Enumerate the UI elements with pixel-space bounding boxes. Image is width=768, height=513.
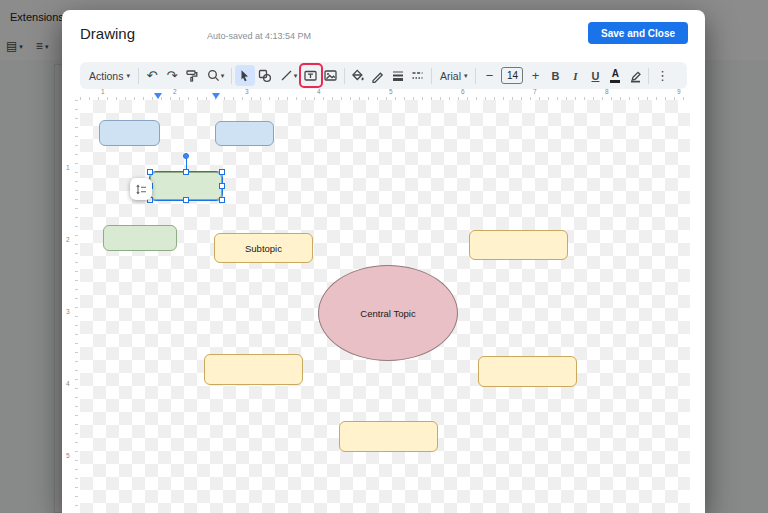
ruler-number: 8 [605, 88, 609, 95]
ruler-number: 7 [533, 88, 537, 95]
more-vert-icon: ⋮ [656, 69, 669, 82]
actions-menu-button[interactable]: Actions ▾ [84, 65, 135, 86]
toolbar-divider [475, 68, 476, 84]
italic-label: I [573, 70, 577, 82]
chevron-down-icon: ▾ [221, 72, 225, 79]
increase-font-size-button[interactable]: + [525, 65, 545, 86]
shape-central-topic[interactable]: Central Topic [318, 265, 458, 361]
chevron-down-icon: ▾ [294, 72, 298, 79]
ruler-number: 4 [66, 380, 70, 387]
pen-icon [370, 68, 385, 83]
toolbar-divider [231, 68, 232, 84]
zoom-button[interactable]: ▾ [202, 65, 228, 86]
paint-bucket-icon [350, 68, 365, 83]
font-family-selector[interactable]: Arial ▾ [435, 65, 473, 86]
shape-label: Subtopic [245, 243, 282, 254]
drawing-canvas[interactable]: SubtopicCentral Topic [80, 100, 690, 513]
selection-handle-ne[interactable] [219, 169, 225, 175]
ruler-number: 3 [66, 308, 70, 315]
distribute-vertical-icon [135, 183, 148, 196]
dialog-title: Drawing [80, 25, 135, 42]
line-weight-icon [390, 68, 405, 83]
shape-yellow-bottom[interactable] [339, 421, 438, 452]
save-and-close-button[interactable]: Save and Close [588, 22, 688, 44]
underline-button[interactable]: U [585, 65, 605, 86]
highlighter-icon [628, 68, 643, 83]
shape-blue-1[interactable] [99, 120, 160, 146]
rotation-handle[interactable] [183, 153, 189, 159]
ruler-number: 4 [317, 88, 321, 95]
shapes-icon [257, 68, 272, 83]
line-dash-icon [410, 68, 425, 83]
font-size-input[interactable]: 14 [501, 67, 523, 84]
autosave-status: Auto-saved at 4:13:54 PM [207, 31, 311, 41]
actions-label: Actions [89, 70, 123, 82]
shape-subtopic[interactable]: Subtopic [214, 233, 313, 263]
text-box-button[interactable] [301, 65, 321, 86]
toolbar-divider [344, 68, 345, 84]
ruler-number: 2 [173, 88, 177, 95]
drawing-toolbar: Actions ▾ ↶ ↷ ▾ ▾ [80, 62, 687, 89]
selection-handle-se[interactable] [219, 197, 225, 203]
line-icon [279, 68, 294, 83]
more-options-button[interactable]: ⋮ [652, 65, 672, 86]
shape-blue-2[interactable] [215, 121, 274, 146]
insert-image-button[interactable] [321, 65, 341, 86]
selection-handle-n[interactable] [183, 169, 189, 175]
line-dash-button[interactable] [408, 65, 428, 86]
drawing-dialog: Drawing Auto-saved at 4:13:54 PM Save an… [62, 10, 705, 513]
paint-roller-icon [184, 68, 199, 83]
bold-button[interactable]: B [545, 65, 565, 86]
decrease-font-size-button[interactable]: − [479, 65, 499, 86]
ruler-selection-marker-left[interactable] [154, 93, 162, 99]
ruler-number: 9 [677, 88, 681, 95]
selection-handle-e[interactable] [219, 183, 225, 189]
text-color-button[interactable]: A [605, 65, 625, 86]
selection-handle-s[interactable] [183, 197, 189, 203]
line-weight-button[interactable] [388, 65, 408, 86]
toolbar-divider [138, 68, 139, 84]
shape-yellow-top-right[interactable] [469, 230, 568, 260]
font-family-value: Arial [440, 70, 461, 82]
select-tool-button[interactable] [235, 65, 255, 86]
horizontal-ruler[interactable]: 123456789 [80, 88, 690, 100]
ruler-number: 3 [245, 88, 249, 95]
redo-icon: ↷ [167, 69, 178, 82]
plus-icon: + [532, 69, 540, 82]
text-box-icon [303, 68, 318, 83]
line-color-button[interactable] [368, 65, 388, 86]
vertical-ruler[interactable]: 12345 [64, 100, 78, 513]
toolbar-divider [648, 68, 649, 84]
shape-tool-button[interactable] [255, 65, 275, 86]
ruler-number: 5 [389, 88, 393, 95]
undo-button[interactable]: ↶ [142, 65, 162, 86]
quick-actions-button[interactable] [130, 178, 152, 200]
shape-label: Central Topic [360, 308, 415, 319]
shape-yellow-mid-left[interactable] [204, 354, 303, 385]
ruler-number: 2 [66, 236, 70, 243]
highlight-color-button[interactable] [625, 65, 645, 86]
image-icon [323, 68, 338, 83]
text-color-icon: A [610, 69, 620, 83]
bold-label: B [552, 70, 560, 82]
ruler-selection-marker-right[interactable] [212, 93, 220, 99]
minus-icon: − [486, 69, 494, 82]
magnifier-icon [206, 68, 221, 83]
selection-handle-nw[interactable] [147, 169, 153, 175]
ruler-number: 6 [461, 88, 465, 95]
ruler-number: 5 [66, 452, 70, 459]
ruler-number: 1 [66, 164, 70, 171]
shape-green-2[interactable] [103, 225, 177, 251]
shape-yellow-mid-right[interactable] [478, 356, 577, 387]
undo-icon: ↶ [147, 69, 158, 82]
italic-button[interactable]: I [565, 65, 585, 86]
line-tool-button[interactable]: ▾ [275, 65, 301, 86]
fill-color-button[interactable] [348, 65, 368, 86]
chevron-down-icon: ▾ [126, 72, 130, 79]
toolbar-divider [431, 68, 432, 84]
shape-green-selected[interactable] [150, 172, 222, 200]
cursor-arrow-icon [237, 68, 252, 83]
underline-label: U [592, 70, 600, 82]
redo-button[interactable]: ↷ [162, 65, 182, 86]
paint-format-button[interactable] [182, 65, 202, 86]
